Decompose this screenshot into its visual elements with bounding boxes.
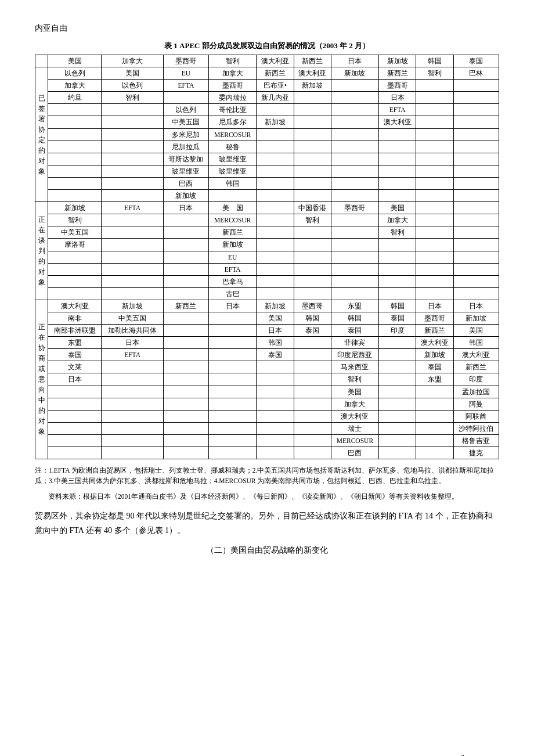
cell: EFTA bbox=[102, 349, 163, 361]
cell bbox=[163, 349, 208, 361]
cell: 新西兰 bbox=[163, 300, 208, 312]
cell bbox=[102, 165, 163, 177]
cell bbox=[294, 251, 331, 263]
cell bbox=[294, 263, 331, 275]
cell: 新加坡 bbox=[102, 300, 163, 312]
cell: 格鲁吉亚 bbox=[453, 434, 499, 447]
cell bbox=[416, 226, 453, 239]
cell: 泰国 bbox=[331, 325, 378, 337]
cell bbox=[453, 92, 499, 104]
cell bbox=[453, 202, 499, 214]
cell: 摩洛哥 bbox=[48, 239, 102, 251]
cell bbox=[294, 373, 331, 386]
main-table: 美国 加拿大 墨西哥 智利 澳大利亚 新西兰 日本 新加坡 韩国 泰国 已签署协… bbox=[35, 55, 499, 459]
cell bbox=[209, 386, 257, 398]
cell bbox=[102, 116, 163, 128]
cell bbox=[294, 190, 331, 202]
cell bbox=[257, 434, 294, 447]
cell: 巴林 bbox=[453, 67, 499, 80]
cell bbox=[294, 337, 331, 349]
cell: 韩国 bbox=[453, 337, 499, 349]
cell bbox=[163, 410, 208, 422]
cell: 日本 bbox=[163, 202, 208, 214]
col-header-mexico: 墨西哥 bbox=[163, 55, 208, 67]
cell bbox=[257, 141, 294, 153]
cell: 以色列 bbox=[48, 67, 102, 80]
col-header-singapore: 新加坡 bbox=[379, 55, 416, 67]
cell bbox=[416, 239, 453, 251]
col-header-korea: 韩国 bbox=[416, 55, 453, 67]
table-row: 瑞士 沙特阿拉伯 bbox=[35, 422, 499, 434]
col-header-newzealand: 新西兰 bbox=[294, 55, 331, 67]
cell: 新西兰 bbox=[416, 325, 453, 337]
cell bbox=[294, 165, 331, 177]
cell bbox=[48, 251, 102, 263]
table-row: 南部非洲联盟 加勒比海共同体 日本 泰国 泰国 印度 新西兰 美国 bbox=[35, 325, 499, 337]
cell bbox=[48, 275, 102, 287]
cell: 墨西哥 bbox=[209, 80, 257, 92]
table-row: 正在谈判的对象 新加坡 EFTA 日本 美 国 中国香港 墨西哥 美国 bbox=[35, 202, 499, 214]
section2-label: 正在谈判的对象 bbox=[35, 202, 48, 300]
cell bbox=[48, 116, 102, 128]
cell: 东盟 bbox=[331, 300, 378, 312]
cell bbox=[102, 226, 163, 239]
cell bbox=[416, 165, 453, 177]
cell bbox=[257, 104, 294, 116]
cell bbox=[416, 153, 453, 165]
cell bbox=[102, 422, 163, 434]
cell bbox=[416, 202, 453, 214]
cell: 捷克 bbox=[453, 447, 499, 459]
cell bbox=[453, 287, 499, 300]
cell: 美国 bbox=[453, 325, 499, 337]
cell bbox=[257, 153, 294, 165]
cell bbox=[102, 104, 163, 116]
cell: 马来西亚 bbox=[331, 361, 378, 373]
cell: 美国 bbox=[379, 202, 416, 214]
cell bbox=[163, 325, 208, 337]
cell bbox=[416, 80, 453, 92]
table-row: 美国 孟加拉国 bbox=[35, 386, 499, 398]
cell: EFTA bbox=[379, 104, 416, 116]
cell bbox=[331, 177, 378, 189]
cell: 南部非洲联盟 bbox=[48, 325, 102, 337]
cell: 韩国 bbox=[379, 300, 416, 312]
cell bbox=[163, 287, 208, 300]
cell: 澳大利亚 bbox=[331, 410, 378, 422]
cell: EU bbox=[209, 251, 257, 263]
cell bbox=[163, 263, 208, 275]
cell: 泰国 bbox=[294, 325, 331, 337]
cell bbox=[48, 263, 102, 275]
cell: 新加坡 bbox=[257, 116, 294, 128]
table-row: 尼加拉瓜 秘鲁 bbox=[35, 141, 499, 153]
cell bbox=[416, 251, 453, 263]
cell: 委内瑞拉 bbox=[209, 92, 257, 104]
cell bbox=[102, 373, 163, 386]
table-row: 巴拿马 bbox=[35, 275, 499, 287]
cell bbox=[209, 312, 257, 324]
cell bbox=[453, 239, 499, 251]
cell bbox=[163, 398, 208, 410]
cell bbox=[416, 116, 453, 128]
table-row: 摩洛哥 新加坡 bbox=[35, 239, 499, 251]
cell bbox=[379, 153, 416, 165]
cell bbox=[48, 104, 102, 116]
cell: 美国 bbox=[257, 312, 294, 324]
cell bbox=[257, 422, 294, 434]
table-row: 古巴 bbox=[35, 287, 499, 300]
cell bbox=[209, 398, 257, 410]
cell bbox=[163, 251, 208, 263]
cell bbox=[102, 398, 163, 410]
cell bbox=[294, 349, 331, 361]
cell bbox=[102, 239, 163, 251]
table-row: 澳大利亚 阿联酋 bbox=[35, 410, 499, 422]
table-row: 中美五国 新西兰 智利 bbox=[35, 226, 499, 239]
table-row: 巴西 捷克 bbox=[35, 447, 499, 459]
col-header-canada: 加拿大 bbox=[102, 55, 163, 67]
cell bbox=[257, 128, 294, 141]
cell: 墨西哥 bbox=[379, 80, 416, 92]
cell: 文莱 bbox=[48, 361, 102, 373]
cell: 中美五国 bbox=[163, 116, 208, 128]
cell bbox=[257, 287, 294, 300]
cell bbox=[379, 275, 416, 287]
cell bbox=[294, 422, 331, 434]
